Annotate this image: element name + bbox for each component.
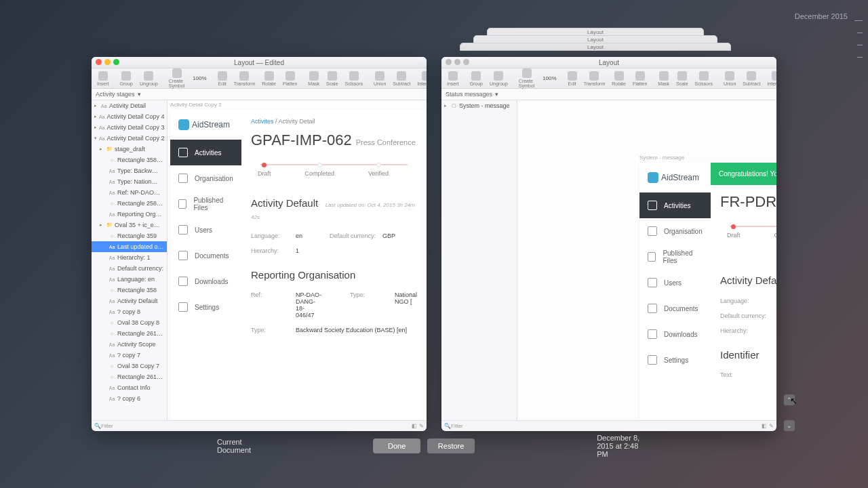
done-button[interactable]: Done [373,439,420,453]
canvas[interactable]: System - message AidStream ActivitiesOrg… [517,100,776,420]
tool-subtract[interactable]: Subtract [740,71,763,86]
layer-item[interactable]: ▸AaActivity Detail [92,100,167,111]
filter-bar[interactable]: 🔍 Filter◧✎ [441,420,776,431]
nav-item[interactable]: Organisation [639,218,711,244]
tool-scissors[interactable]: Scissors [342,71,366,86]
zoom-icon[interactable] [113,59,119,65]
layer-item[interactable]: ○Rectangle 358… [92,155,167,165]
layer-item[interactable]: ▸▢System - message [441,100,517,111]
nav-item[interactable]: Documents [170,243,241,268]
tool-rotate[interactable]: Rotate [259,71,279,86]
layer-item[interactable]: AaContact Info [92,382,167,393]
tool-union[interactable]: Union [371,71,389,86]
minimize-icon[interactable] [104,59,111,65]
layer-item[interactable]: ▸📁stage_draft [92,144,167,155]
tool-transform[interactable]: Transform [581,71,608,86]
layer-item[interactable]: ○Rectangle 359 [92,230,167,241]
close-icon[interactable] [96,59,102,65]
tool-transform[interactable]: Transform [231,71,258,86]
layer-item[interactable]: ○Rectangle 258… [92,198,167,209]
tool-insert[interactable]: Insert [94,71,112,86]
filter-icon[interactable]: ✎ [419,423,424,429]
zoom-level[interactable]: 100% [190,75,209,81]
nav-down-button[interactable]: ⌄ [784,420,795,431]
tool-edit[interactable]: Edit [565,71,580,86]
nav-icon [648,329,657,339]
tool-group[interactable]: Group [467,71,486,86]
layer-item[interactable]: AaDefault currency: [92,263,167,274]
pages-bar[interactable]: Activity stages ▾ [92,89,427,100]
nav-up-button[interactable]: ⌃ [784,394,795,405]
tool-mask[interactable]: Mask [655,71,672,86]
tool-union[interactable]: Union [721,71,738,86]
filter-icon[interactable]: ✎ [769,423,774,429]
layer-item[interactable]: ▸AaActivity Detail Copy 3 [92,122,167,133]
tool-flatten[interactable]: Flatten [630,71,650,86]
nav-item[interactable]: Settings [170,294,241,320]
nav-item[interactable]: Settings [639,347,711,373]
layer-item[interactable]: Aa? copy 8 [92,306,167,317]
tool-create-symbol[interactable]: Create Symbol [516,68,537,88]
layer-item[interactable]: ○Oval 38 Copy 8 [92,317,167,328]
restore-button[interactable]: Restore [427,439,475,453]
zoom-level[interactable]: 100% [540,75,559,81]
tool-intersect[interactable]: Intersect [764,71,776,86]
nav-item[interactable]: Published Files [639,244,711,270]
filter-icon[interactable]: ◧ [762,423,767,429]
layer-item[interactable]: ○Rectangle 261… [92,328,167,339]
layer-item[interactable]: ○Oval 38 Copy 7 [92,361,167,371]
layer-item[interactable]: AaReporting Org… [92,209,167,220]
layer-item[interactable]: Aa? copy 7 [92,350,167,361]
layer-item[interactable]: ▸AaActivity Detail Copy 4 [92,111,167,122]
nav-item[interactable]: Documents [639,296,711,321]
tool-scale[interactable]: Scale [673,71,691,86]
tool-intersect[interactable]: Intersect [414,71,427,86]
layer-item[interactable]: AaActivity Default [92,296,167,306]
traffic-lights[interactable] [96,59,119,65]
pages-bar[interactable]: Status messages ▾ [441,89,776,100]
tool-scissors[interactable]: Scissors [692,71,715,86]
window-title: Layout — Edited [234,59,284,66]
tool-mask[interactable]: Mask [305,71,322,86]
layer-item[interactable]: AaLast updated o… [92,241,167,252]
tool-flatten[interactable]: Flatten [280,71,300,86]
tool-ungroup[interactable]: Ungroup [137,71,161,86]
tool-create-symbol[interactable]: Create Symbol [166,68,187,88]
nav-item[interactable]: Downloads [639,321,711,347]
nav-item[interactable]: Activities [639,192,711,218]
nav-item[interactable]: Activities [170,140,241,165]
tool-insert[interactable]: Insert [444,71,462,86]
canvas[interactable]: Activity Detail Copy 2 AidStream Activit… [167,100,427,420]
nav-item[interactable]: Users [639,270,711,296]
mark-completed-link[interactable]: Mark this activity as Completed [720,248,776,264]
layer-item[interactable]: AaType: Nation… [92,176,167,187]
filter-icon[interactable]: ◧ [412,423,417,429]
layer-item[interactable]: AaRef: NP-DAO… [92,187,167,198]
layer-item[interactable]: AaLanguage: en [92,274,167,285]
filter-bar[interactable]: 🔍 Filter◧✎ [92,420,427,431]
nav-item[interactable]: Users [170,217,241,243]
layer-item[interactable]: AaType: Backw… [92,165,167,176]
layer-item[interactable]: ▸📁Oval 35 + ic_e… [92,220,167,230]
layer-item[interactable]: ○Rectangle 358 [92,285,167,296]
tool-edit[interactable]: Edit [215,71,230,86]
tool-rotate[interactable]: Rotate [609,71,629,86]
section-heading: Identifier [720,349,776,361]
layer-item[interactable]: AaHierarchy: 1 [92,252,167,263]
tool-group[interactable]: Group [117,71,136,86]
nav-item[interactable]: Organisation [170,165,241,191]
logo: AidStream [170,110,241,140]
tool-scale[interactable]: Scale [323,71,341,86]
nav-icon [648,304,657,313]
section-heading: Reporting Organisation [251,269,417,281]
nav-icon [178,174,188,183]
layer-item[interactable]: AaActivity Scope [92,339,167,350]
nav-item[interactable]: Downloads [170,268,241,294]
tool-ungroup[interactable]: Ungroup [487,71,511,86]
artboard-label: System - message [639,155,684,161]
tool-subtract[interactable]: Subtract [390,71,413,86]
nav-item[interactable]: Published Files [170,191,241,217]
layer-item[interactable]: ○Rectangle 261… [92,371,167,382]
layer-item[interactable]: ▾AaActivity Detail Copy 2 [92,133,167,144]
layer-item[interactable]: Aa? copy 6 [92,393,167,404]
